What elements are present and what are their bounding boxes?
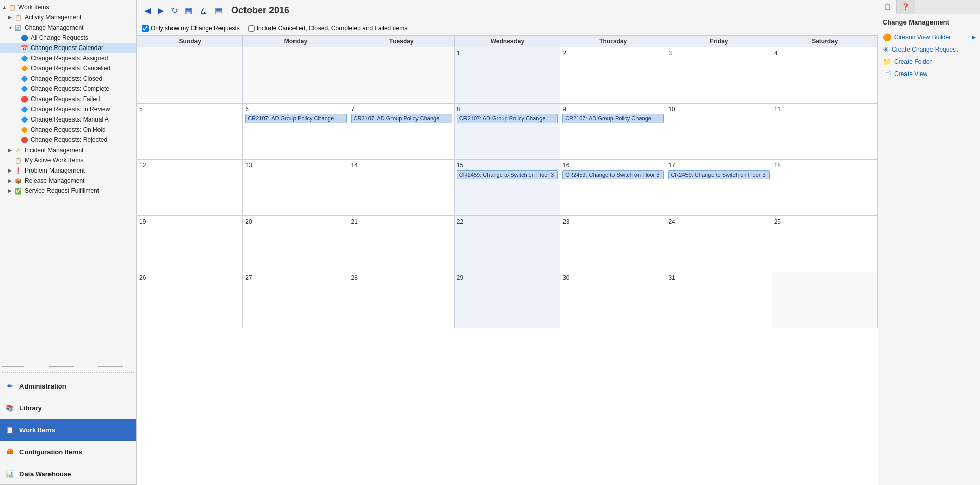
- calendar-event[interactable]: CR2107: AD Group Policy Change: [351, 114, 452, 123]
- tree-item-cr-closed[interactable]: 🔷Change Requests: Closed: [0, 74, 136, 84]
- day-number: 29: [457, 274, 558, 281]
- calendar-body: 123456CR2107: AD Group Policy Change7CR2…: [137, 47, 878, 328]
- calendar-day-4-4[interactable]: 30: [560, 272, 666, 328]
- calendar-day-1-4[interactable]: 9CR2107: AD Group Policy Change: [560, 104, 666, 160]
- calendar-day-4-0[interactable]: 26: [137, 272, 243, 328]
- print-button[interactable]: 🖨: [197, 5, 210, 17]
- calendar-day-0-3[interactable]: 1: [454, 47, 560, 104]
- filter1-label[interactable]: Only show my Change Requests: [142, 25, 240, 32]
- calendar-day-2-6[interactable]: 18: [772, 160, 877, 216]
- tree-item-cr-assigned[interactable]: 🔷Change Requests: Assigned: [0, 53, 136, 63]
- calendar-day-3-5[interactable]: 24: [666, 216, 772, 272]
- calendar-day-2-1[interactable]: 13: [243, 160, 349, 216]
- calendar-day-4-1[interactable]: 27: [243, 272, 349, 328]
- view-grid-button[interactable]: ▤: [212, 4, 225, 17]
- action-icon: 📄: [883, 70, 891, 78]
- tree-section: ▲📋Work Items▶📋Activity Management▼🔄Chang…: [0, 0, 136, 363]
- action-cireson-view-builder[interactable]: 🟠Cireson View Builder▶: [883, 31, 976, 43]
- calendar-day-2-3[interactable]: 15CR2459: Change to Switch on Floor 3: [454, 160, 560, 216]
- view-month-button[interactable]: ▦: [182, 4, 195, 17]
- tree-icon: ✅: [14, 187, 22, 195]
- calendar-day-3-6[interactable]: 25: [772, 216, 877, 272]
- calendar-day-0-0[interactable]: [137, 47, 243, 104]
- action-create-folder[interactable]: 📁Create Folder: [883, 56, 976, 68]
- tree-label: Change Requests: Rejected: [31, 136, 107, 143]
- tree-item-service-request[interactable]: ▶✅Service Request Fulfillment: [0, 186, 136, 196]
- action-icon: ✳: [883, 45, 889, 54]
- action-create-view[interactable]: 📄Create View: [883, 68, 976, 80]
- calendar-grid: SundayMondayTuesdayWednesdayThursdayFrid…: [137, 35, 878, 328]
- calendar-event[interactable]: CR2459: Change to Switch on Floor 3: [668, 170, 769, 179]
- tree-icon: 📅: [20, 44, 29, 52]
- tree-item-work-items-root[interactable]: ▲📋Work Items: [0, 2, 136, 12]
- day-number: 26: [139, 274, 240, 281]
- sidebar-nav-work-items-nav[interactable]: 📋Work Items: [0, 419, 136, 441]
- sidebar-nav-administration[interactable]: ✏Administration: [0, 375, 136, 397]
- tree-item-change-request-calendar[interactable]: 📅Change Request Calendar: [0, 43, 136, 53]
- calendar-day-2-2[interactable]: 14: [349, 160, 454, 216]
- calendar-event[interactable]: CR2107: AD Group Policy Change: [457, 114, 558, 123]
- day-number: 23: [562, 218, 664, 225]
- sidebar-nav-configuration-items[interactable]: 🏔Configuration Items: [0, 441, 136, 463]
- day-number: 27: [245, 274, 346, 281]
- calendar-day-1-3[interactable]: 8CR2107: AD Group Policy Change: [454, 104, 560, 160]
- tree-item-problem-management[interactable]: ▶❗Problem Management: [0, 165, 136, 176]
- tree-item-cr-complete[interactable]: 🔷Change Requests: Complete: [0, 84, 136, 94]
- right-panel-tab-2[interactable]: ❓: [897, 0, 915, 14]
- calendar-event[interactable]: CR2107: AD Group Policy Change: [562, 114, 664, 123]
- day-number: 28: [351, 274, 452, 281]
- calendar-day-3-0[interactable]: 19: [137, 216, 243, 272]
- calendar-day-1-0[interactable]: 5: [137, 104, 243, 160]
- refresh-button[interactable]: ↻: [168, 4, 180, 17]
- tree-item-activity-management[interactable]: ▶📋Activity Management: [0, 12, 136, 22]
- calendar-day-0-5[interactable]: 3: [666, 47, 772, 104]
- tree-item-cr-rejected[interactable]: 🔴Change Requests: Rejected: [0, 135, 136, 145]
- tree-item-all-change-requests[interactable]: 🔵All Change Requests: [0, 33, 136, 43]
- calendar-day-2-4[interactable]: 16CR2459: Change to Switch on Floor 3: [560, 160, 666, 216]
- calendar-day-1-5[interactable]: 10: [666, 104, 772, 160]
- calendar-event[interactable]: CR2459: Change to Switch on Floor 3: [562, 170, 664, 179]
- next-button[interactable]: ▶: [155, 4, 166, 17]
- filter1-checkbox[interactable]: [142, 25, 149, 32]
- calendar-day-4-3[interactable]: 29: [454, 272, 560, 328]
- tree-item-my-active-work-items[interactable]: 📋My Active Work Items: [0, 155, 136, 165]
- tree-item-cr-cancelled[interactable]: 🔶Change Requests: Cancelled: [0, 63, 136, 74]
- tree-item-release-management[interactable]: ▶📦Release Management: [0, 176, 136, 186]
- tree-item-cr-manual[interactable]: 🔷Change Requests: Manual A: [0, 114, 136, 125]
- tree-item-cr-inreview[interactable]: 🔷Change Requests: In Review: [0, 104, 136, 114]
- calendar-day-4-2[interactable]: 28: [349, 272, 454, 328]
- calendar-day-0-6[interactable]: 4: [772, 47, 877, 104]
- right-panel-tab-1[interactable]: 📋: [878, 0, 897, 14]
- calendar-day-1-2[interactable]: 7CR2107: AD Group Policy Change: [349, 104, 454, 160]
- calendar-day-4-6[interactable]: [772, 272, 877, 328]
- calendar-event[interactable]: CR2459: Change to Switch on Floor 3: [457, 170, 558, 179]
- tree-item-incident-management[interactable]: ▶⚠Incident Management: [0, 145, 136, 155]
- calendar-day-1-6[interactable]: 11: [772, 104, 877, 160]
- filter2-checkbox[interactable]: [248, 25, 255, 32]
- calendar-day-0-4[interactable]: 2: [560, 47, 666, 104]
- tree-label: Service Request Fulfillment: [24, 187, 99, 195]
- calendar-day-4-5[interactable]: 31: [666, 272, 772, 328]
- calendar-day-0-1[interactable]: [243, 47, 349, 104]
- calendar-day-3-3[interactable]: 22: [454, 216, 560, 272]
- calendar-title: October 2016: [231, 5, 289, 16]
- sidebar-nav-data-warehouse[interactable]: 📊Data Warehouse: [0, 463, 136, 485]
- sidebar-nav-library[interactable]: 📚Library: [0, 397, 136, 419]
- tree-item-cr-failed[interactable]: 🔴Change Requests: Failed: [0, 94, 136, 104]
- calendar-day-2-0[interactable]: 12: [137, 160, 243, 216]
- filter2-label[interactable]: Include Cancelled, Closed, Completed and…: [248, 25, 408, 32]
- calendar-day-3-1[interactable]: 20: [243, 216, 349, 272]
- tree-item-change-management[interactable]: ▼🔄Change Management: [0, 22, 136, 33]
- calendar-day-1-1[interactable]: 6CR2107: AD Group Policy Change: [243, 104, 349, 160]
- calendar-day-3-2[interactable]: 21: [349, 216, 454, 272]
- calendar-event[interactable]: CR2107: AD Group Policy Change: [245, 114, 346, 123]
- tree-label: Release Management: [24, 177, 84, 184]
- prev-button[interactable]: ◀: [142, 4, 153, 17]
- calendar-day-2-5[interactable]: 17CR2459: Change to Switch on Floor 3: [666, 160, 772, 216]
- action-create-change-request[interactable]: ✳Create Change Request: [883, 43, 976, 56]
- tree-item-cr-onhold[interactable]: 🔶Change Requests: On Hold: [0, 125, 136, 135]
- calendar-day-0-2[interactable]: [349, 47, 454, 104]
- day-number: 16: [562, 162, 664, 169]
- day-number: 30: [562, 274, 664, 281]
- calendar-day-3-4[interactable]: 23: [560, 216, 666, 272]
